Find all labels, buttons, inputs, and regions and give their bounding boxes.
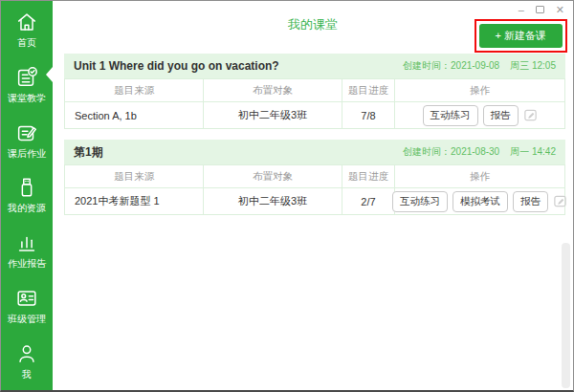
sidebar-item-label: 班级管理 bbox=[8, 314, 46, 324]
created-date: 创建时间：2021-09-08 bbox=[403, 60, 499, 71]
card-header: 第1期 创建时间：2021-08-30周一 14:42 bbox=[64, 140, 565, 164]
main-content: – ✕ 我的课堂 + 新建备课 Unit 1 Where did you go … bbox=[53, 1, 573, 390]
cell-target: 初中二年级3班 bbox=[204, 102, 342, 129]
col-source: 题目来源 bbox=[65, 79, 204, 102]
id-card-icon bbox=[14, 286, 39, 311]
sidebar-item-class-management[interactable]: 班级管理 bbox=[1, 284, 53, 326]
sidebar-item-label: 首页 bbox=[17, 37, 36, 48]
report-button[interactable]: 报告 bbox=[483, 105, 519, 126]
home-icon bbox=[14, 10, 39, 34]
col-target: 布置对象 bbox=[204, 165, 342, 188]
created-date: 创建时间：2021-08-30 bbox=[403, 146, 499, 157]
sidebar-item-label: 我的资源 bbox=[8, 203, 46, 213]
cell-target: 初中二年级3班 bbox=[204, 188, 342, 215]
col-progress: 题目进度 bbox=[342, 79, 394, 102]
lesson-table: 题目来源 布置对象 题目进度 操作 Section A, 1b 初中二年级3班 … bbox=[64, 78, 565, 129]
created-weekday: 周三 12:05 bbox=[510, 60, 556, 71]
cell-progress: 2/7 bbox=[342, 188, 394, 215]
col-progress: 题目进度 bbox=[342, 165, 394, 188]
col-actions: 操作 bbox=[395, 79, 565, 102]
col-source: 题目来源 bbox=[65, 165, 204, 188]
close-button[interactable]: ✕ bbox=[556, 4, 564, 15]
lesson-table: 题目来源 布置对象 题目进度 操作 2021中考新题型 1 初中二年级3班 2/… bbox=[64, 164, 565, 215]
card-title: 第1期 bbox=[74, 144, 103, 161]
person-icon bbox=[14, 341, 39, 366]
mock-exam-button[interactable]: 模拟考试 bbox=[453, 191, 508, 212]
card-header: Unit 1 Where did you go on vacation? 创建时… bbox=[64, 54, 565, 78]
interactive-practice-button[interactable]: 互动练习 bbox=[423, 105, 478, 126]
app-window: 首页 课堂教学 课后作业 bbox=[0, 0, 574, 392]
col-actions: 操作 bbox=[395, 165, 565, 188]
table-header-row: 题目来源 布置对象 题目进度 操作 bbox=[65, 165, 565, 188]
card-created-time: 创建时间：2021-08-30周一 14:42 bbox=[403, 145, 556, 159]
card-created-time: 创建时间：2021-09-08周三 12:05 bbox=[403, 59, 556, 73]
sidebar-item-label: 作业报告 bbox=[8, 258, 46, 269]
lesson-card: 第1期 创建时间：2021-08-30周一 14:42 题目来源 布置对象 题目… bbox=[64, 140, 565, 215]
cell-actions: 互动练习 模拟考试 报告 bbox=[395, 188, 565, 215]
col-target: 布置对象 bbox=[204, 79, 342, 102]
window-controls: – ✕ bbox=[519, 4, 564, 15]
export-document-icon[interactable] bbox=[523, 108, 538, 122]
report-button[interactable]: 报告 bbox=[513, 191, 548, 212]
bar-chart-icon bbox=[14, 230, 39, 255]
cell-actions: 互动练习 报告 bbox=[395, 102, 565, 129]
maximize-button[interactable] bbox=[536, 6, 544, 13]
homework-icon bbox=[14, 120, 39, 145]
sidebar-item-me[interactable]: 我 bbox=[1, 339, 53, 381]
cell-source: Section A, 1b bbox=[65, 102, 204, 129]
titlebar: – ✕ 我的课堂 + 新建备课 bbox=[53, 1, 573, 54]
scrollbar[interactable] bbox=[562, 243, 570, 388]
interactive-practice-button[interactable]: 互动练习 bbox=[392, 191, 448, 212]
new-lesson-button[interactable]: + 新建备课 bbox=[479, 24, 563, 48]
table-header-row: 题目来源 布置对象 题目进度 操作 bbox=[65, 79, 565, 102]
sidebar-item-label: 课后作业 bbox=[8, 148, 46, 159]
sidebar-item-label: 我 bbox=[22, 369, 32, 380]
sidebar-item-homework-report[interactable]: 作业报告 bbox=[1, 229, 53, 271]
cell-progress: 7/8 bbox=[342, 102, 394, 129]
table-row: Section A, 1b 初中二年级3班 7/8 互动练习 报告 bbox=[65, 102, 565, 129]
annotation-highlight: + 新建备课 bbox=[475, 19, 567, 53]
sidebar-item-label: 课堂教学 bbox=[8, 93, 46, 103]
classroom-teaching-icon bbox=[14, 65, 39, 90]
sidebar-item-home[interactable]: 首页 bbox=[1, 8, 53, 50]
usb-drive-icon bbox=[14, 175, 39, 200]
created-weekday: 周一 14:42 bbox=[510, 146, 556, 157]
sidebar: 首页 课堂教学 课后作业 bbox=[1, 1, 53, 390]
card-title: Unit 1 Where did you go on vacation? bbox=[74, 59, 279, 73]
sidebar-item-homework[interactable]: 课后作业 bbox=[1, 119, 53, 161]
sidebar-item-classroom-teaching[interactable]: 课堂教学 bbox=[1, 63, 53, 105]
sidebar-item-my-resources[interactable]: 我的资源 bbox=[1, 173, 53, 215]
export-document-icon[interactable] bbox=[553, 194, 567, 208]
cell-source: 2021中考新题型 1 bbox=[65, 188, 204, 215]
table-row: 2021中考新题型 1 初中二年级3班 2/7 互动练习 模拟考试 报告 bbox=[65, 188, 565, 215]
lesson-card: Unit 1 Where did you go on vacation? 创建时… bbox=[64, 54, 565, 129]
active-item-notch bbox=[46, 67, 53, 82]
minimize-button[interactable]: – bbox=[519, 4, 524, 15]
